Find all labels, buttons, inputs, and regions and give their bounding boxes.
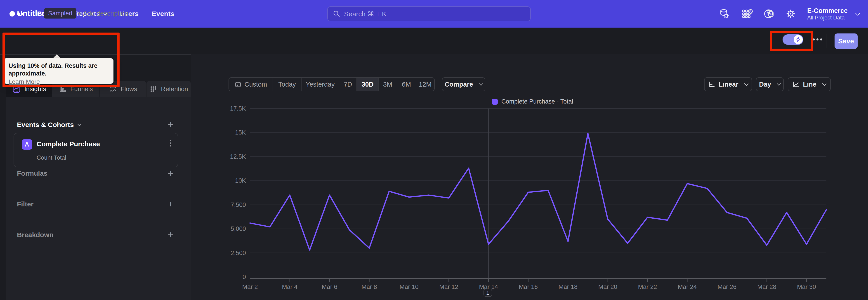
- sampling-toggle[interactable]: [782, 34, 803, 45]
- svg-text:Mar 2: Mar 2: [242, 283, 258, 290]
- svg-text:15K: 15K: [235, 129, 246, 136]
- duplicate-icon[interactable]: [765, 8, 775, 19]
- svg-text:17.5K: 17.5K: [230, 105, 246, 112]
- svg-text:Mar 22: Mar 22: [638, 283, 657, 290]
- learn-more-link[interactable]: Learn More: [8, 77, 40, 86]
- filter-section: Filter +: [17, 199, 174, 209]
- range-12m[interactable]: 12M: [416, 78, 434, 91]
- granularity-dropdown[interactable]: Day: [756, 77, 784, 91]
- scale-dropdown[interactable]: Linear: [704, 77, 752, 91]
- search-icon: [333, 10, 340, 18]
- svg-text:Mar 28: Mar 28: [757, 283, 776, 290]
- formulas-label: Formulas: [17, 170, 48, 177]
- filter-label: Filter: [17, 200, 33, 208]
- data-management-icon[interactable]: [719, 8, 730, 20]
- formulas-section: Formulas +: [17, 168, 174, 179]
- add-breakdown-button[interactable]: +: [168, 232, 174, 238]
- event-letter-badge: A: [22, 139, 32, 150]
- chevron-down-icon: [855, 11, 860, 16]
- event-name[interactable]: Complete Purchase: [37, 140, 100, 148]
- sidebar-divider: [191, 54, 191, 300]
- nav-item-events[interactable]: Events: [152, 10, 175, 18]
- header-divider: [826, 34, 827, 49]
- sampling-tooltip: Using 10% of data. Results are approxima…: [4, 58, 114, 84]
- lightning-icon: [795, 37, 801, 42]
- settings-gear-icon[interactable]: [785, 8, 796, 20]
- search-placeholder: Search ⌘ + K: [344, 10, 386, 18]
- breakdown-label: Breakdown: [17, 231, 54, 239]
- toggle-knob: [794, 35, 803, 44]
- svg-text:7,500: 7,500: [230, 202, 246, 208]
- add-filter-button[interactable]: +: [168, 201, 174, 208]
- range-yesterday[interactable]: Yesterday: [301, 78, 339, 91]
- svg-text:Mar 20: Mar 20: [598, 283, 617, 290]
- breakdown-section: Breakdown +: [17, 230, 174, 240]
- line-chart-icon: [793, 81, 800, 88]
- chevron-down-icon: [479, 81, 483, 86]
- sampled-badge[interactable]: Sampled: [44, 8, 76, 19]
- chevron-down-icon: [777, 81, 781, 86]
- date-range-selector: Custom Today Yesterday 7D 30D 3M 6M 12M: [228, 77, 435, 91]
- events-cohorts-header: Events & Cohorts +: [17, 119, 174, 130]
- svg-text:Mar 8: Mar 8: [362, 283, 377, 290]
- copy-link-icon[interactable]: [743, 8, 754, 19]
- calendar-icon: [235, 81, 241, 88]
- chevron-down-icon: [744, 81, 749, 86]
- svg-text:Mar 6: Mar 6: [322, 283, 337, 290]
- svg-text:0: 0: [243, 274, 246, 280]
- report-title[interactable]: Untitled: [17, 0, 46, 27]
- search-input[interactable]: Search ⌘ + K: [327, 6, 531, 21]
- linear-axis-icon: [708, 81, 715, 88]
- description-placeholder[interactable]: + Add description...: [78, 0, 133, 27]
- range-6m[interactable]: 6M: [397, 78, 416, 91]
- chevron-down-icon: [822, 81, 827, 86]
- svg-text:Mar 10: Mar 10: [399, 283, 418, 290]
- add-formula-button[interactable]: +: [168, 170, 174, 177]
- range-custom[interactable]: Custom: [229, 78, 273, 91]
- range-3m[interactable]: 3M: [378, 78, 397, 91]
- event-card[interactable]: A Complete Purchase Count Total: [13, 133, 178, 167]
- flows-icon: [109, 85, 117, 93]
- svg-text:Mar 26: Mar 26: [717, 283, 737, 290]
- tab-retention[interactable]: Retention: [147, 81, 191, 97]
- report-header: [0, 28, 868, 55]
- svg-text:2,500: 2,500: [230, 249, 246, 257]
- svg-text:Mar 24: Mar 24: [678, 283, 697, 290]
- project-name: E-Commerce: [807, 7, 848, 14]
- svg-text:Mar 16: Mar 16: [519, 283, 538, 290]
- range-30d[interactable]: 30D: [356, 78, 378, 91]
- event-menu-button[interactable]: [170, 140, 171, 147]
- retention-icon: [149, 85, 157, 93]
- chevron-down-icon: [77, 122, 81, 126]
- tooltip-text: Using 10% of data. Results are approxima…: [8, 62, 108, 77]
- svg-text:5,000: 5,000: [230, 226, 246, 232]
- events-cohorts-title[interactable]: Events & Cohorts: [17, 121, 81, 129]
- chart-type-dropdown[interactable]: Line: [788, 77, 831, 91]
- svg-text:Mar 30: Mar 30: [797, 283, 816, 290]
- range-today[interactable]: Today: [273, 78, 301, 91]
- event-measure[interactable]: Count Total: [37, 154, 66, 161]
- save-button[interactable]: Save: [835, 33, 858, 49]
- svg-text:10K: 10K: [235, 177, 246, 184]
- svg-text:Mar 12: Mar 12: [439, 283, 458, 290]
- more-options-button[interactable]: [813, 38, 822, 40]
- app-root: Boards Reports Users Events Search ⌘ + K: [0, 0, 868, 300]
- svg-text:Mar 4: Mar 4: [282, 283, 298, 290]
- project-scope: All Project Data: [807, 14, 848, 21]
- svg-text:12.5K: 12.5K: [230, 153, 246, 160]
- svg-text:Mar 18: Mar 18: [559, 283, 578, 290]
- add-event-button[interactable]: +: [168, 121, 174, 128]
- project-switcher[interactable]: E-Commerce All Project Data: [807, 7, 860, 21]
- line-chart[interactable]: 02,5005,0007,50010K12.5K15K17.5KMar 2Mar…: [226, 97, 850, 292]
- range-7d[interactable]: 7D: [339, 78, 356, 91]
- pagination-page-1[interactable]: 1: [484, 289, 492, 297]
- compare-button[interactable]: Compare: [442, 77, 485, 91]
